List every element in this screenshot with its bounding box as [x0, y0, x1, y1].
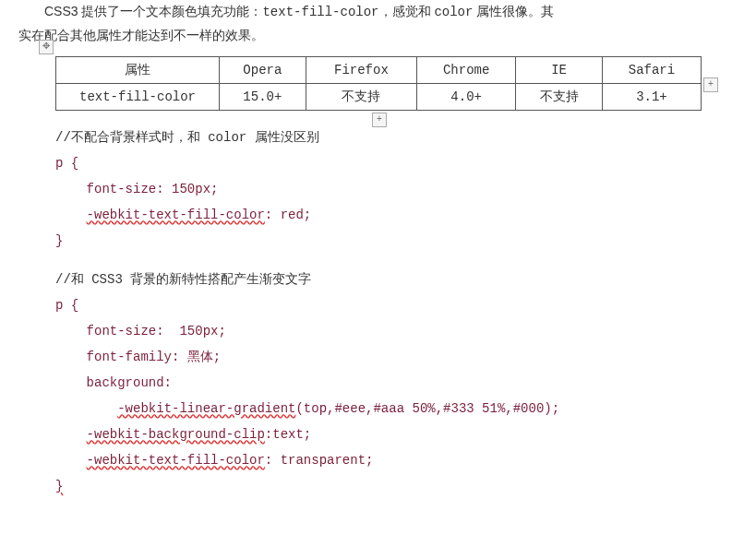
compat-table-wrap: ✥ + + 属性 Opera Firefox Chrome IE Safari … [55, 56, 702, 111]
code-line: font-size: 150px; [87, 182, 219, 196]
td-ie: 不支持 [516, 84, 603, 111]
code-comment: //和 CSS3 背景的新特性搭配产生渐变文字 [55, 272, 311, 287]
intro-text-1: CSS3 提供了一个文本颜色填充功能： [44, 4, 262, 18]
code-block-2: //和 CSS3 背景的新特性搭配产生渐变文字 p { font-size: 1… [55, 267, 738, 499]
intro-text-4: 实在配合其他属性才能达到不一样的效果。 [18, 28, 264, 42]
code-line: :text; [265, 427, 311, 442]
code-selector: p { [55, 298, 78, 313]
th-opera: Opera [220, 57, 306, 84]
code-comment: //不配合背景样式时，和 color 属性没区别 [55, 130, 319, 145]
compat-table: 属性 Opera Firefox Chrome IE Safari text-f… [55, 56, 702, 111]
td-property: text-fill-color [56, 84, 220, 111]
intro-prop: text-fill-color [262, 5, 378, 19]
code-line: -webkit-linear-gradient [117, 401, 295, 416]
intro-text-3: 属性很像。其 [473, 4, 554, 18]
td-opera: 15.0+ [220, 84, 306, 111]
th-firefox: Firefox [306, 57, 416, 84]
th-chrome: Chrome [417, 57, 516, 84]
intro-text-2: ，感觉和 [379, 4, 435, 18]
code-brace: } [55, 233, 63, 248]
move-icon[interactable]: ✥ [39, 40, 54, 54]
code-line: -webkit-background-clip [87, 427, 265, 442]
th-safari: Safari [602, 57, 701, 84]
table-header-row: 属性 Opera Firefox Chrome IE Safari [56, 57, 702, 84]
th-property: 属性 [56, 57, 220, 84]
td-chrome: 4.0+ [417, 84, 516, 111]
code-line: -webkit-text-fill-color [87, 453, 265, 468]
code-block-1: //不配合背景样式时，和 color 属性没区别 p { font-size: … [55, 125, 738, 254]
code-line: -webkit-text-fill-color [87, 208, 265, 222]
td-firefox: 不支持 [306, 84, 416, 111]
plus-icon[interactable]: + [703, 77, 718, 92]
code-line: background: [87, 375, 172, 390]
intro-paragraph: CSS3 提供了一个文本颜色填充功能：text-fill-color，感觉和 c… [18, 0, 738, 47]
code-selector: p { [55, 156, 78, 171]
intro-colorword: color [434, 5, 473, 19]
td-safari: 3.1+ [602, 84, 701, 111]
th-ie: IE [516, 57, 603, 84]
plus-icon[interactable]: + [372, 113, 387, 127]
code-line: font-family: 黑体; [87, 350, 222, 364]
document-page: CSS3 提供了一个文本颜色填充功能：text-fill-color，感觉和 c… [0, 0, 756, 517]
code-line: : transparent; [265, 453, 374, 468]
code-brace: } [55, 479, 63, 493]
code-line: : red; [265, 208, 311, 222]
code-line: (top,#eee,#aaa 50%,#333 51%,#000); [295, 401, 559, 416]
table-row: text-fill-color 15.0+ 不支持 4.0+ 不支持 3.1+ [56, 84, 702, 111]
code-line: font-size: 150px; [87, 324, 226, 338]
